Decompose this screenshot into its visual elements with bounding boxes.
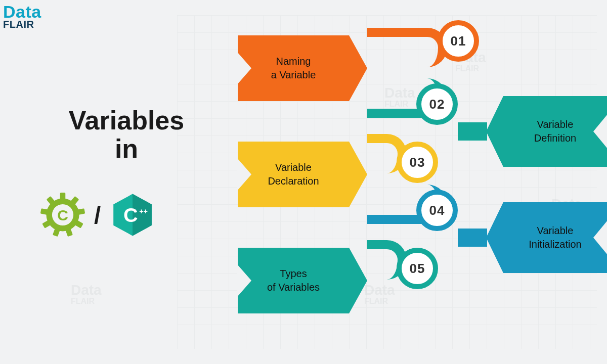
language-logos: C / C ++ bbox=[40, 192, 155, 238]
step-box-types: Typesof Variables bbox=[238, 248, 349, 313]
step-4-l1: Variable bbox=[537, 225, 574, 236]
title-line2: in bbox=[61, 134, 192, 163]
svg-text:C: C bbox=[123, 204, 138, 226]
step-box-declaration: VariableDeclaration bbox=[238, 142, 349, 207]
c-letter: C bbox=[57, 207, 68, 223]
page-title: Variables in bbox=[61, 106, 192, 163]
step-1-l2: a Variable bbox=[271, 69, 316, 80]
cpp-hex-icon: C ++ bbox=[110, 192, 155, 238]
pipe-2 bbox=[458, 122, 487, 141]
svg-text:++: ++ bbox=[140, 207, 148, 215]
step-2-l1: Variable bbox=[537, 119, 574, 130]
step-number-1: 01 bbox=[438, 20, 479, 62]
brand-logo: Data FLAIR bbox=[3, 3, 41, 29]
step-number-4: 04 bbox=[416, 190, 458, 231]
pipe-4 bbox=[458, 229, 487, 247]
watermark: DataFLAIR bbox=[71, 283, 102, 305]
step-number-2: 02 bbox=[416, 83, 458, 125]
step-5-l2: of Variables bbox=[267, 282, 320, 293]
connector-1 bbox=[367, 28, 447, 67]
step-3-l1: Variable bbox=[275, 162, 312, 173]
slash-separator: / bbox=[94, 201, 101, 229]
c-gear-icon: C bbox=[40, 193, 85, 237]
step-2-l2: Definition bbox=[534, 132, 576, 144]
diagram-stage: Data FLAIR DataFLAIR DataFLAIR DataFLAIR… bbox=[0, 0, 607, 364]
step-box-naming: Naminga Variable bbox=[238, 35, 349, 101]
step-1-l1: Naming bbox=[276, 56, 311, 67]
title-line1: Variables bbox=[61, 106, 192, 134]
step-box-definition: VariableDefinition bbox=[503, 96, 607, 167]
step-number-5: 05 bbox=[397, 248, 438, 289]
step-box-initialization: VariableInitialization bbox=[503, 202, 607, 273]
step-3-l2: Declaration bbox=[268, 175, 319, 187]
step-5-l1: Types bbox=[280, 268, 307, 279]
step-4-l2: Initialization bbox=[529, 239, 582, 250]
step-number-3: 03 bbox=[397, 142, 438, 183]
